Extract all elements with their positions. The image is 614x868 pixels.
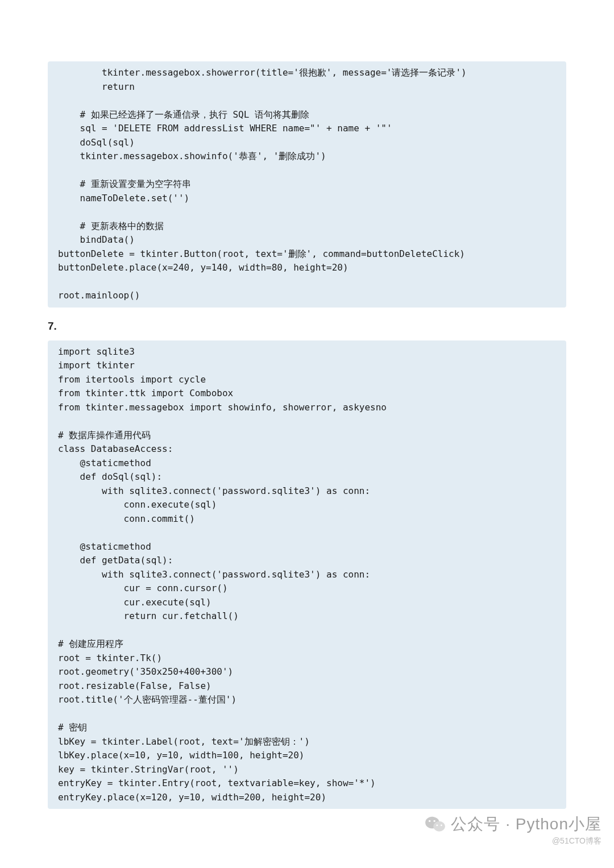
code-block-2: import sqlite3 import tkinter from itert… (48, 340, 566, 809)
svg-point-1 (434, 821, 446, 832)
watermark-text: 公众号 · Python小屋 (451, 813, 601, 835)
watermark-row: 公众号 · Python小屋 (425, 813, 601, 835)
section-number: 7. (48, 320, 566, 333)
svg-point-3 (434, 820, 435, 822)
svg-point-5 (441, 824, 442, 826)
wechat-icon (425, 815, 446, 833)
watermark-subtext: @51CTO博客 (552, 836, 601, 846)
document-page: tkinter.messagebox.showerror(title='很抱歉'… (0, 0, 614, 855)
code-block-1: tkinter.messagebox.showerror(title='很抱歉'… (48, 61, 566, 308)
watermark: 公众号 · Python小屋 @51CTO博客 (425, 813, 601, 846)
svg-point-4 (437, 824, 438, 826)
svg-point-2 (429, 820, 430, 822)
